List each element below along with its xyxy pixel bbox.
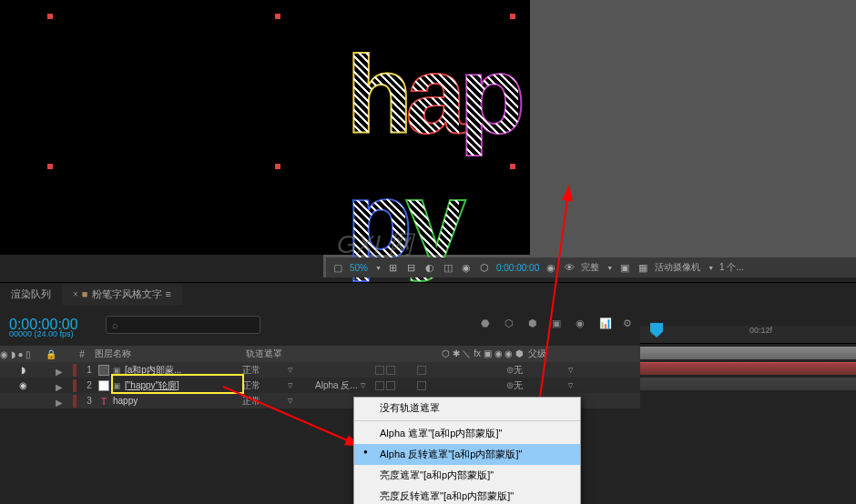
frame-blend-icon[interactable]: ▣ bbox=[552, 318, 566, 332]
timecode-fps: 00000 (24.00 fps) bbox=[9, 329, 74, 338]
layer-color[interactable] bbox=[73, 379, 76, 392]
mode-dropdown-icon[interactable]: ▽ bbox=[288, 382, 297, 389]
track-matte-cell[interactable]: Alpha 反... bbox=[297, 379, 361, 392]
parent-pickwhip-icon[interactable]: ⊚ bbox=[506, 380, 514, 390]
views-dropdown[interactable]: 1 个... bbox=[719, 261, 744, 274]
trkmat-dropdown-icon[interactable]: ▽ bbox=[361, 382, 370, 389]
parent-pickwhip-icon[interactable]: ⊚ bbox=[506, 365, 514, 375]
channel-icon[interactable]: ◉ bbox=[460, 261, 473, 274]
blend-mode[interactable]: 正常 bbox=[242, 379, 288, 392]
timeline-icons: ⬣ ⬡ ⬢ ▣ ◉ 📊 ⚙ bbox=[481, 318, 637, 332]
col-number[interactable]: # bbox=[73, 349, 91, 359]
layer-lock[interactable]: ▶ bbox=[46, 398, 73, 405]
layer-name-cell[interactable]: ▣ ["happy"轮廓] bbox=[98, 379, 242, 392]
layer-lock[interactable]: ▶ bbox=[46, 382, 73, 389]
close-icon[interactable]: × bbox=[73, 289, 78, 299]
timeline-panel-tabs: 渲染队列 × ■ 粉笔字风格文字 ≡ bbox=[0, 282, 856, 305]
menu-item-alpha[interactable]: Alpha 遮罩"[a和p内部蒙版]" bbox=[354, 423, 580, 444]
timeline-bar-layer3[interactable] bbox=[640, 378, 856, 390]
grid-icon[interactable]: ⊞ bbox=[387, 261, 400, 274]
layer-name-cell[interactable]: T happy bbox=[98, 396, 242, 407]
blend-mode[interactable]: 正常 bbox=[242, 364, 288, 377]
col-lock[interactable]: 🔒 bbox=[46, 349, 73, 359]
layer-number: 1 bbox=[80, 365, 98, 375]
timeline-bar-layer1[interactable] bbox=[640, 347, 856, 359]
brainstorm-icon[interactable]: ⚙ bbox=[623, 318, 637, 332]
timeline-ruler[interactable]: )0f 00:12f bbox=[640, 326, 856, 344]
visibility-icon[interactable]: ◉ bbox=[19, 380, 27, 390]
expand-icon[interactable]: ▶ bbox=[56, 398, 63, 405]
tab-label: 渲染队列 bbox=[11, 287, 51, 301]
col-av-features[interactable]: ◉ ◗ ● ▯ bbox=[0, 349, 46, 359]
motion-blur-icon[interactable]: ◉ bbox=[576, 318, 590, 332]
preview-timecode[interactable]: 0:00:00:00 bbox=[496, 263, 539, 273]
solo-icon[interactable]: ◗ bbox=[21, 365, 25, 375]
res-dropdown-icon[interactable]: ▼ bbox=[606, 265, 613, 271]
resolution-dropdown[interactable]: 完整 bbox=[581, 261, 599, 274]
menu-item-luma-inverted[interactable]: 亮度反转遮罩"[a和p内部蒙版]" bbox=[354, 486, 580, 504]
preview-canvas[interactable]: happy bbox=[0, 0, 530, 255]
menu-item-alpha-inverted[interactable]: Alpha 反转遮罩"[a和p内部蒙版]" bbox=[354, 444, 580, 465]
col-layer-name[interactable]: 图层名称 bbox=[91, 348, 246, 360]
zoom-level[interactable]: 50% bbox=[350, 263, 368, 273]
col-switches[interactable]: ⬡ ✱ ＼ fx ▣ ◉ ◉ ⬢ bbox=[437, 348, 528, 360]
layer-switches[interactable] bbox=[370, 381, 497, 390]
tab-composition[interactable]: × ■ 粉笔字风格文字 ≡ bbox=[62, 284, 182, 305]
layer-switches[interactable] bbox=[370, 366, 497, 375]
layer-number: 2 bbox=[80, 380, 98, 390]
layer-name: ["happy"轮廓] bbox=[125, 379, 179, 392]
solid-icon bbox=[98, 380, 109, 391]
region-icon[interactable]: ◫ bbox=[442, 261, 454, 274]
guides-icon[interactable]: ⊟ bbox=[405, 261, 418, 274]
parent-dropdown-icon[interactable]: ▽ bbox=[568, 382, 577, 389]
selection-marker[interactable] bbox=[275, 164, 280, 169]
camera-dropdown-icon[interactable]: ▼ bbox=[708, 265, 714, 271]
transparency-icon[interactable]: ▦ bbox=[637, 261, 649, 274]
mode-dropdown-icon[interactable]: ▽ bbox=[288, 367, 297, 374]
graph-editor-icon[interactable]: 📊 bbox=[599, 318, 614, 332]
layer-number: 3 bbox=[80, 396, 98, 406]
zoom-dropdown-icon[interactable]: ▼ bbox=[375, 265, 382, 271]
selection-marker[interactable] bbox=[47, 14, 53, 19]
timeline-bar-layer2[interactable] bbox=[640, 362, 856, 375]
roi-icon[interactable]: ▣ bbox=[618, 261, 631, 274]
selection-marker[interactable] bbox=[510, 14, 515, 19]
expand-icon[interactable]: ▶ bbox=[56, 367, 63, 374]
layer-lock[interactable]: ▶ bbox=[46, 367, 73, 374]
shy-icon[interactable]: ⬢ bbox=[528, 318, 543, 332]
menu-item-none[interactable]: 没有轨道遮罩 bbox=[354, 398, 580, 418]
selection-marker[interactable] bbox=[510, 164, 515, 169]
mode-dropdown-icon[interactable]: ▽ bbox=[288, 398, 297, 405]
layer-color[interactable] bbox=[73, 364, 76, 377]
tab-render-queue[interactable]: 渲染队列 bbox=[0, 284, 62, 305]
selection-marker[interactable] bbox=[47, 164, 53, 169]
parent-dropdown-icon[interactable]: ▽ bbox=[568, 367, 577, 374]
menu-item-luma[interactable]: 亮度遮罩"[a和p内部蒙版]" bbox=[354, 465, 580, 486]
timeline-tick: 00:12f bbox=[749, 326, 772, 335]
draft3d-icon[interactable]: ⬡ bbox=[504, 318, 519, 332]
mask-icon[interactable]: ▢ bbox=[331, 261, 344, 274]
layer-av-toggles[interactable]: ◗ bbox=[0, 365, 46, 375]
preview-area: happy GXI 网 system.com ▢ 50% ▼ ⊞ ⊟ ◐ ◫ ◉… bbox=[0, 0, 856, 277]
show-snapshot-icon[interactable]: 👁 bbox=[563, 261, 576, 274]
expand-icon[interactable]: ▶ bbox=[56, 382, 63, 389]
selection-marker[interactable] bbox=[275, 14, 280, 19]
layer-name-cell[interactable]: ▣ [a和p内部蒙... bbox=[98, 364, 242, 377]
layer-av-toggles[interactable]: ◉ bbox=[0, 380, 46, 390]
comp-flowchart-icon[interactable]: ⬣ bbox=[481, 318, 495, 332]
tab-menu-icon[interactable]: ≡ bbox=[166, 288, 171, 299]
layer-row-2[interactable]: ◉ ▶ 2 ▣ ["happy"轮廓] 正常 ▽ Alpha 反... ▽ ⊚ … bbox=[0, 378, 640, 393]
layer-name: [a和p内部蒙... bbox=[125, 364, 181, 377]
exposure-icon[interactable]: ⬡ bbox=[478, 261, 491, 274]
camera-dropdown[interactable]: 活动摄像机 bbox=[655, 261, 700, 274]
snapshot-icon[interactable]: ◉ bbox=[545, 261, 557, 274]
blend-mode[interactable]: 正常 bbox=[242, 395, 288, 408]
layer-color[interactable] bbox=[73, 395, 76, 408]
mask-toggle-icon[interactable]: ◐ bbox=[423, 261, 436, 274]
col-track-matte[interactable]: 轨道遮罩 bbox=[246, 348, 364, 360]
col-parent[interactable]: 父级 bbox=[528, 348, 583, 360]
parent-dropdown[interactable]: 无 bbox=[514, 379, 568, 392]
parent-dropdown[interactable]: 无 bbox=[514, 364, 568, 377]
layer-search-input[interactable]: ⌕ bbox=[106, 316, 260, 334]
layer-row-1[interactable]: ◗ ▶ 1 ▣ [a和p内部蒙... 正常 ▽ ⊚ 无 ▽ bbox=[0, 362, 640, 378]
